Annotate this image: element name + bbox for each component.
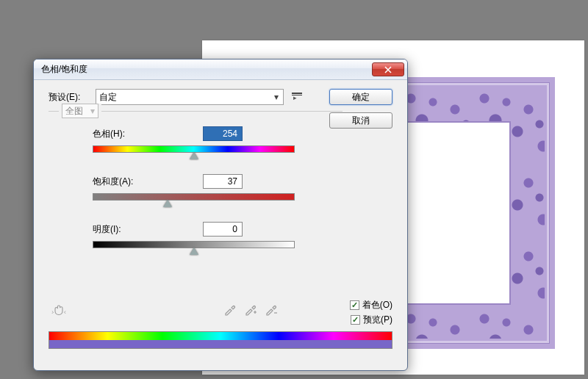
saturation-input[interactable] [203, 174, 243, 189]
preview-checkmark: ✓ [351, 315, 360, 325]
lightness-label: 明度(I): [93, 223, 203, 236]
dialog-body: 预设(E): 自定 全图 色相(H): [43, 80, 398, 361]
channel-select[interactable]: 全图 [62, 104, 98, 118]
saturation-slider[interactable] [93, 193, 295, 201]
colorize-checkbox[interactable]: ✓ 着色(O) [350, 299, 392, 311]
channel-value: 全图 [65, 105, 83, 118]
hue-slider[interactable] [93, 145, 295, 153]
dialog-buttons: 确定 取消 [329, 89, 392, 129]
ok-button[interactable]: 确定 [329, 89, 392, 105]
hue-block: 色相(H): [93, 126, 295, 153]
dialog-title: 色相/饱和度 [41, 63, 372, 76]
preset-value: 自定 [99, 91, 117, 104]
eyedropper-minus-icon[interactable] [265, 303, 278, 316]
eyedropper-group [223, 303, 278, 316]
lightness-input[interactable] [203, 222, 243, 237]
lightness-block: 明度(I): [93, 222, 295, 248]
spectrum-bar[interactable] [49, 331, 392, 349]
preset-select[interactable]: 自定 [96, 89, 284, 105]
colorize-label: 着色(O) [362, 299, 392, 311]
hue-input[interactable] [203, 126, 243, 141]
ok-label: 确定 [352, 91, 370, 104]
preview-label: 预览(P) [363, 314, 392, 326]
saturation-block: 饱和度(A): [93, 174, 295, 201]
hand-scrubby-icon[interactable] [49, 300, 69, 318]
titlebar[interactable]: 色相/饱和度 [34, 59, 407, 80]
preset-menu-icon[interactable] [290, 91, 304, 103]
tools-row [49, 300, 278, 318]
colorize-checkmark: ✓ [350, 300, 359, 310]
close-icon [384, 66, 392, 73]
cancel-button[interactable]: 取消 [329, 112, 392, 129]
preview-checkbox[interactable]: ✓ 预览(P) [351, 314, 392, 326]
eyedropper-plus-icon[interactable] [244, 303, 257, 316]
eyedropper-icon[interactable] [223, 303, 237, 316]
close-button[interactable] [372, 62, 404, 76]
hue-thumb[interactable] [190, 152, 198, 159]
hue-saturation-dialog: 色相/饱和度 预设(E): 自定 全图 [33, 59, 408, 371]
channel-tab: 全图 [59, 104, 101, 118]
lightness-slider[interactable] [93, 241, 295, 248]
hue-label: 色相(H): [93, 128, 203, 140]
saturation-label: 饱和度(A): [93, 176, 203, 188]
saturation-thumb[interactable] [163, 200, 172, 207]
cancel-label: 取消 [352, 115, 370, 127]
main-area: 全图 色相(H): 饱和度(A): [49, 111, 343, 286]
preset-label: 预设(E): [49, 91, 90, 104]
lightness-thumb[interactable] [190, 248, 198, 255]
